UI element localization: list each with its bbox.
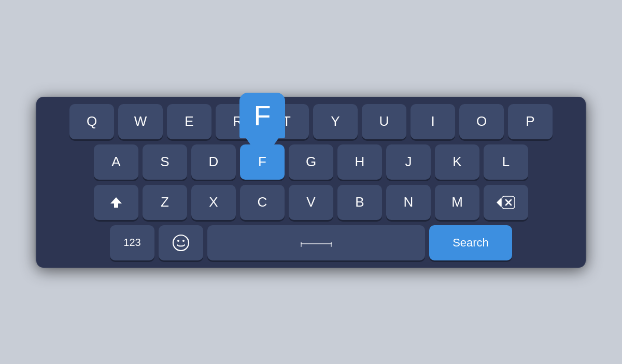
- emoji-icon: [172, 234, 190, 252]
- key-emoji[interactable]: [159, 225, 203, 260]
- key-space[interactable]: [207, 225, 425, 260]
- key-a[interactable]: A: [94, 144, 138, 180]
- key-k[interactable]: K: [435, 144, 479, 180]
- key-e[interactable]: E: [167, 104, 211, 139]
- key-s[interactable]: S: [143, 144, 187, 180]
- key-z[interactable]: Z: [143, 185, 187, 220]
- key-row-3: Z X C V B N M: [43, 185, 579, 220]
- backspace-icon: [497, 196, 515, 209]
- key-w[interactable]: W: [118, 104, 163, 139]
- key-u[interactable]: U: [362, 104, 406, 139]
- f-popup-stem: [239, 138, 285, 154]
- key-y[interactable]: Y: [313, 104, 358, 139]
- key-i[interactable]: I: [411, 104, 455, 139]
- key-h[interactable]: H: [337, 144, 382, 180]
- page-wrapper: Q W E R T Y U I O P A S D F G H: [0, 0, 622, 364]
- key-q[interactable]: Q: [69, 104, 114, 139]
- key-backspace[interactable]: [484, 185, 528, 220]
- key-g[interactable]: G: [289, 144, 333, 180]
- main-keyboard: Q W E R T Y U I O P A S D F F: [36, 97, 586, 268]
- key-x[interactable]: X: [191, 185, 236, 220]
- svg-rect-6: [331, 242, 332, 247]
- key-j[interactable]: J: [386, 144, 431, 180]
- key-o[interactable]: O: [459, 104, 504, 139]
- svg-point-2: [177, 240, 179, 242]
- key-t[interactable]: T: [264, 104, 309, 139]
- space-icon: [301, 239, 332, 247]
- key-num[interactable]: 123: [110, 225, 154, 260]
- key-p[interactable]: P: [508, 104, 553, 139]
- key-row-1: Q W E R T Y U I O P: [43, 104, 579, 139]
- key-m[interactable]: M: [435, 185, 479, 220]
- svg-point-3: [182, 240, 185, 242]
- key-l[interactable]: L: [484, 144, 528, 180]
- key-n[interactable]: N: [386, 185, 431, 220]
- key-shift[interactable]: [94, 185, 138, 220]
- key-b[interactable]: B: [337, 185, 382, 220]
- key-c[interactable]: C: [240, 185, 285, 220]
- key-row-4: 123 Search: [43, 225, 579, 260]
- key-row-2: A S D F F G H J K L: [43, 144, 579, 180]
- key-d[interactable]: D: [191, 144, 236, 180]
- svg-rect-5: [301, 242, 302, 247]
- key-r[interactable]: R: [216, 104, 260, 139]
- key-search[interactable]: Search: [429, 225, 512, 260]
- svg-rect-4: [301, 243, 332, 244]
- svg-point-1: [173, 235, 189, 251]
- key-f[interactable]: F F: [240, 144, 285, 180]
- key-v[interactable]: V: [289, 185, 333, 220]
- shift-icon: [109, 195, 123, 210]
